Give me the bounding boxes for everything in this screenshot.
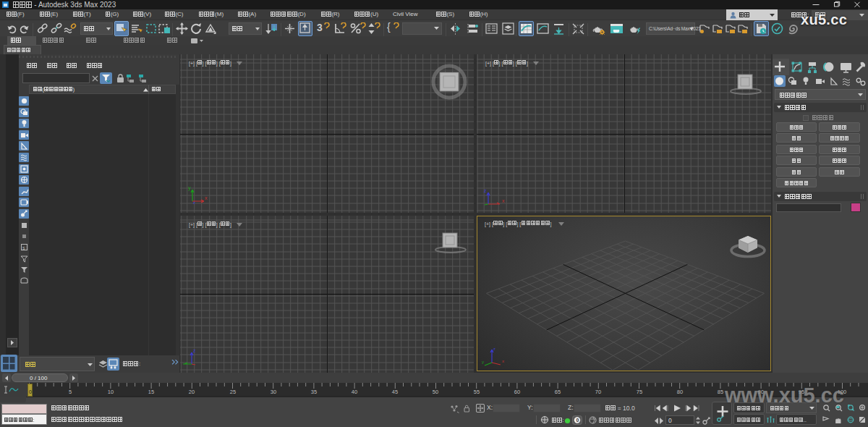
svg-text:s: s: [22, 245, 25, 250]
svg-text:x: x: [502, 359, 504, 363]
svg-text:x: x: [205, 195, 208, 200]
svg-text:y: y: [188, 185, 191, 191]
svg-text:z: z: [493, 347, 495, 351]
svg-text:y: y: [482, 360, 484, 364]
svg-text:z: z: [193, 200, 195, 205]
svg-text:0: 0: [576, 418, 579, 423]
svg-text:z: z: [484, 188, 487, 193]
svg-text:z: z: [193, 348, 196, 353]
svg-text:x: x: [502, 198, 505, 203]
